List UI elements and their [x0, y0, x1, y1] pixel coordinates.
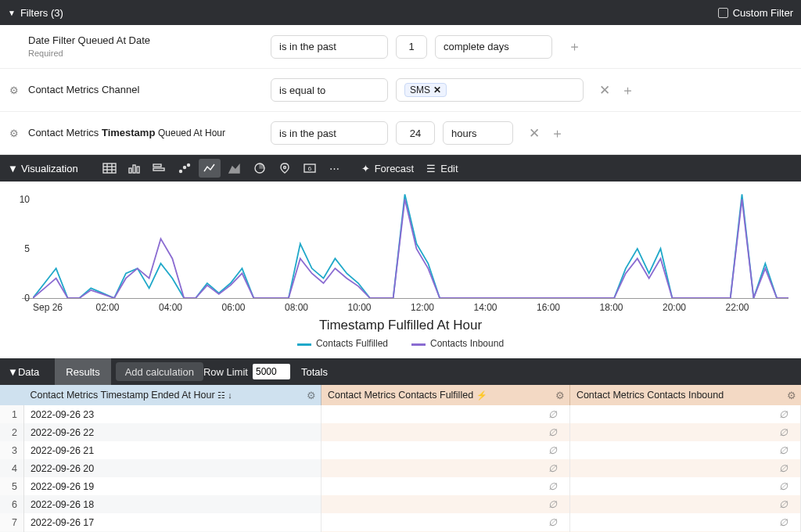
- column-header-fulfilled[interactable]: Contact Metrics Contacts Fulfilled ⚡ ⚙: [321, 385, 569, 405]
- settings-icon: ☰: [426, 163, 436, 174]
- filters-panel: ⚙ Date Filter Queued At Date Required is…: [0, 25, 801, 155]
- add-filter-icon[interactable]: ＋: [551, 127, 564, 140]
- filter-name: Date Filter Queued At Date Required: [28, 34, 263, 59]
- visualization-header[interactable]: ▼ Visualization 6 ⋯ ✦ Forecast ☰ Edit: [0, 155, 801, 182]
- svg-marker-13: [229, 165, 239, 173]
- collapse-caret-icon[interactable]: ▼: [8, 366, 18, 378]
- filter-unit-select[interactable]: complete days: [435, 35, 552, 59]
- edit-button[interactable]: ☰ Edit: [426, 163, 458, 174]
- chart-plot: [33, 189, 788, 298]
- svg-rect-8: [153, 164, 161, 167]
- svg-point-15: [283, 167, 286, 169]
- filter-name-label: Date Filter Queued At Date: [28, 34, 263, 48]
- custom-filter-label: Custom Filter: [733, 7, 793, 19]
- viz-type-pie-icon[interactable]: [249, 159, 271, 178]
- collapse-caret-icon[interactable]: ▼: [8, 9, 16, 17]
- table-row[interactable]: 72022-09-26 17∅∅: [0, 513, 801, 531]
- svg-rect-7: [137, 167, 139, 173]
- row-number-header: [0, 385, 23, 405]
- custom-filter-toggle[interactable]: Custom Filter: [718, 7, 793, 19]
- filter-operator-select[interactable]: is in the past: [271, 121, 388, 145]
- filter-row-channel: ⚙ Contact Metrics Channel is equal to SM…: [0, 69, 801, 112]
- svg-rect-5: [129, 168, 131, 173]
- y-axis: 0510: [11, 189, 30, 298]
- tab-results[interactable]: Results: [55, 358, 110, 385]
- filter-value-input[interactable]: SMS ✕: [396, 78, 584, 102]
- svg-point-12: [187, 164, 189, 167]
- viz-type-single-value-icon[interactable]: 6: [299, 159, 321, 178]
- checkbox-icon: [718, 8, 728, 18]
- filter-value-input[interactable]: 1: [396, 35, 427, 59]
- filter-unit-select[interactable]: hours: [443, 121, 513, 145]
- forecast-button[interactable]: ✦ Forecast: [361, 163, 415, 174]
- table-row[interactable]: 42022-09-26 20∅∅: [0, 459, 801, 477]
- chart-title: Timestamp Fulfilled At Hour: [13, 318, 788, 333]
- remove-filter-icon[interactable]: ✕: [599, 84, 610, 97]
- viz-more-icon[interactable]: ⋯: [324, 159, 346, 178]
- viz-type-line-icon[interactable]: [199, 159, 221, 178]
- column-header-timestamp[interactable]: Contact Metrics Timestamp Ended At Hour …: [23, 385, 321, 405]
- viz-type-area-icon[interactable]: [224, 159, 246, 178]
- filter-operator-select[interactable]: is equal to: [271, 78, 388, 102]
- remove-filter-icon[interactable]: ✕: [529, 127, 540, 140]
- filter-row-timestamp: ⚙ Contact Metrics Timestamp Queued At Ho…: [0, 112, 801, 154]
- viz-type-table-icon[interactable]: [99, 159, 120, 178]
- gear-icon[interactable]: ⚙: [8, 84, 20, 96]
- filter-name: Contact Metrics Channel: [28, 84, 263, 97]
- filter-name-label: Contact Metrics Channel: [28, 84, 139, 95]
- gear-icon[interactable]: ⚙: [307, 390, 316, 401]
- filters-title: Filters (3): [20, 7, 63, 19]
- filter-tag[interactable]: SMS ✕: [404, 83, 447, 97]
- results-table: Contact Metrics Timestamp Ended At Hour …: [0, 385, 801, 532]
- svg-point-11: [183, 167, 185, 169]
- viz-type-map-icon[interactable]: [274, 159, 296, 178]
- filter-value-input[interactable]: 24: [396, 121, 435, 145]
- add-calculation-button[interactable]: Add calculation: [116, 362, 203, 381]
- measure-icon: ⚡: [476, 390, 487, 400]
- table-row[interactable]: 12022-09-26 23∅∅: [0, 405, 801, 423]
- forecast-icon: ✦: [361, 163, 370, 174]
- viz-type-column-icon[interactable]: [124, 159, 145, 178]
- x-axis: Sep 2602:0004:0006:0008:0010:0012:0014:0…: [33, 302, 788, 313]
- gear-icon[interactable]: ⚙: [555, 390, 565, 401]
- table-row[interactable]: 22022-09-26 22∅∅: [0, 423, 801, 441]
- row-limit-label: Row Limit: [203, 366, 248, 378]
- filter-row-date: ⚙ Date Filter Queued At Date Required is…: [0, 25, 801, 69]
- gear-icon[interactable]: ⚙: [787, 390, 796, 401]
- data-title: Data: [18, 366, 39, 378]
- table-row[interactable]: 52022-09-26 19∅∅: [0, 477, 801, 495]
- filter-operator-select[interactable]: is in the past: [271, 35, 388, 59]
- svg-rect-6: [133, 165, 135, 173]
- add-filter-icon[interactable]: ＋: [568, 40, 581, 53]
- table-row[interactable]: 62022-09-26 18∅∅: [0, 495, 801, 513]
- svg-point-10: [179, 171, 181, 173]
- data-header[interactable]: ▼ Data Results Add calculation Row Limit…: [0, 358, 801, 385]
- svg-rect-0: [103, 164, 116, 173]
- viz-type-scatter-icon[interactable]: [174, 159, 196, 178]
- visualization-title: Visualization: [21, 163, 78, 174]
- remove-tag-icon[interactable]: ✕: [433, 84, 441, 95]
- collapse-caret-icon[interactable]: ▼: [8, 163, 18, 174]
- gear-icon[interactable]: ⚙: [8, 127, 20, 139]
- svg-text:6: 6: [307, 165, 311, 172]
- table-row[interactable]: 32022-09-26 21∅∅: [0, 441, 801, 459]
- add-filter-icon[interactable]: ＋: [621, 84, 634, 97]
- totals-label: Totals: [301, 366, 328, 378]
- row-limit-input[interactable]: [253, 364, 290, 379]
- required-label: Required: [28, 48, 263, 59]
- totals-toggle[interactable]: Totals: [301, 366, 328, 378]
- filter-name: Contact Metrics Timestamp Queued At Hour: [28, 127, 263, 140]
- chart-legend: Contacts FulfilledContacts Inbound: [13, 338, 788, 349]
- filters-header[interactable]: ▼ Filters (3) Custom Filter: [0, 0, 801, 25]
- chart: 0510 Sep 2602:0004:0006:0008:0010:0012:0…: [0, 182, 801, 358]
- column-header-inbound[interactable]: Contact Metrics Contacts Inbound ⚙: [569, 385, 800, 405]
- sort-desc-icon[interactable]: ☷ ↓: [217, 390, 232, 400]
- svg-rect-9: [153, 168, 164, 171]
- viz-type-bar-icon[interactable]: [149, 159, 171, 178]
